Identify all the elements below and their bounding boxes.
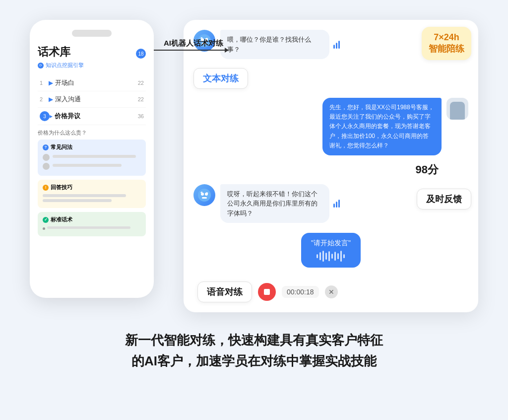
menu-label-3: 价格异议 [55, 112, 138, 121]
score-area: 98分 [193, 162, 468, 177]
record-icon [264, 289, 270, 295]
phone-subtitle: ⟳ 知识点挖掘引擎 [38, 62, 146, 69]
menu-item-1[interactable]: 1 ▶ 开场白 22 [38, 75, 146, 91]
badge-724: 7×24h智能陪练 [422, 27, 471, 60]
tips-section: ! 回答技巧 [38, 180, 146, 208]
user-avatar-1 [43, 154, 50, 161]
text-practice-row: 文本对练 [193, 68, 468, 89]
dot-item-1 [43, 226, 141, 231]
gray-bar-2 [53, 164, 122, 167]
wave-bar-3 [322, 251, 324, 262]
subtitle-icon: ⟳ [38, 63, 44, 69]
waveform [311, 251, 351, 262]
score-badge: 98分 [416, 163, 439, 176]
record-button[interactable] [258, 283, 276, 301]
svg-rect-9 [202, 197, 207, 199]
arrow-line [154, 50, 228, 51]
sound-icon-2 [333, 200, 340, 208]
menu-count-2: 22 [138, 96, 144, 102]
avatar-figure [450, 102, 465, 120]
tips-label: 回答技巧 [51, 184, 72, 191]
standard-icon: ✓ [43, 217, 49, 223]
bubble-bot-2: 哎呀，听起来很不错！你们这个公司永久商用是你们库里所有的字体吗？ [220, 184, 329, 223]
bottom-text: 新一代智能对练，快速构建具有真实客户特征 的AI客户，加速学员在对练中掌握实战技… [125, 330, 383, 371]
faq-section: ? 常见问法 [38, 140, 146, 176]
feedback-label: 及时反馈 [417, 189, 471, 210]
svg-point-7 [201, 193, 204, 196]
speak-bubble: "请开始发言" [301, 233, 361, 268]
sound-bar-6 [338, 200, 340, 208]
standard-title: ✓ 标准话术 [43, 216, 141, 223]
phone-title: 话术库 [38, 45, 146, 60]
bottom-line-2: 的AI客户，加速学员在对练中掌握实战技能 [125, 351, 383, 372]
chat-messages: 喂，哪位？你是谁？找我什么事？ 文本对练 先生，您好，我是XX公司1988号客服… [193, 30, 468, 302]
svg-point-6 [198, 189, 211, 202]
subsection-title: 价格为什么这么贵？ [38, 129, 146, 137]
bot-bubble-row-1: 喂，哪位？你是谁？找我什么事？ [220, 30, 340, 59]
wave-bar-5 [328, 251, 330, 261]
menu-count-3: 36 [138, 113, 144, 119]
menu-arrow-3: ▸ [50, 113, 53, 120]
close-button[interactable]: ✕ [325, 285, 338, 298]
user-line-2 [43, 163, 141, 170]
badge-724-text: 7×24h智能陪练 [429, 32, 464, 54]
phone-notch [72, 30, 112, 37]
sound-icon-1 [333, 41, 340, 49]
human-avatar-1 [446, 98, 468, 120]
wave-bar-10 [343, 254, 345, 258]
speak-text: "请开始发言" [311, 239, 351, 248]
standard-label: 标准话术 [51, 216, 72, 223]
dot-1 [43, 227, 45, 230]
bot-bubble-row-2: 哎呀，听起来很不错！你们这个公司永久商用是你们库里所有的字体吗？ [220, 184, 340, 223]
sound-bar-4 [333, 204, 335, 208]
wave-bar-9 [340, 251, 342, 262]
standard-section: ✓ 标准话术 [38, 212, 146, 236]
bot-avatar-2 [193, 184, 215, 206]
tips-bar-2 [43, 199, 112, 202]
menu-count-1: 22 [138, 80, 144, 86]
wave-bar-1 [317, 254, 318, 258]
chat-panel: 7×24h智能陪练 喂，哪位？你是谁？找我什么事？ [184, 20, 478, 312]
menu-label-2: 深入沟通 [55, 95, 138, 104]
faq-title: ? 常见问法 [43, 143, 141, 151]
arrow-connector: AI机器人话术对练 [154, 50, 228, 51]
phone-mockup: 话术库 ⟳ 知识点挖掘引擎 18 1 ▶ 开场白 22 2 ▶ 深入沟通 22 … [30, 20, 154, 298]
wave-bar-4 [325, 253, 327, 260]
bubble-bot-1: 喂，哪位？你是谁？找我什么事？ [220, 30, 329, 59]
voice-label: 语音对练 [197, 281, 252, 302]
tips-title: ! 回答技巧 [43, 184, 141, 191]
wave-bar-7 [334, 252, 336, 261]
sound-bar-5 [336, 202, 337, 208]
wave-bar-6 [331, 254, 333, 259]
phone-subtitle-text: 知识点挖掘引擎 [46, 62, 84, 69]
faq-icon: ? [43, 144, 49, 150]
user-avatar-2 [43, 163, 50, 170]
menu-item-2[interactable]: 2 ▶ 深入沟通 22 [38, 91, 146, 108]
voice-practice-row: 语音对练 00:00:18 ✕ [193, 281, 468, 302]
speak-bubble-row: "请开始发言" [193, 233, 468, 268]
tips-icon: ! [43, 185, 49, 191]
menu-item-3[interactable]: 3 ▸ 价格异议 36 [38, 108, 146, 125]
tips-bar-1 [43, 194, 126, 197]
menu-num-2: 2 [40, 96, 49, 102]
menu-num-3: 3 [40, 111, 50, 121]
menu-label-1: 开场白 [55, 78, 138, 87]
top-section: 话术库 ⟳ 知识点挖掘引擎 18 1 ▶ 开场白 22 2 ▶ 深入沟通 22 … [30, 20, 478, 312]
user-line-1 [43, 154, 141, 161]
phone-badge: 18 [136, 49, 146, 59]
gray-bar-1 [53, 155, 136, 158]
sound-bar-1 [333, 45, 335, 49]
menu-arrow-2: ▶ [49, 96, 53, 103]
chat-row-user-1: 先生，您好，我是XX公司1988号客服，最近您关注了我们的公众号，购买了字体个人… [193, 98, 468, 155]
timer-display: 00:00:18 [282, 286, 319, 298]
menu-arrow-1: ▶ [49, 79, 53, 86]
text-practice-label: 文本对练 [193, 68, 248, 89]
bubble-user-1: 先生，您好，我是XX公司1988号客服，最近您关注了我们的公众号，购买了字体个人… [322, 98, 442, 155]
bottom-line-1: 新一代智能对练，快速构建具有真实客户特征 [125, 330, 383, 351]
wave-bar-2 [319, 252, 321, 260]
faq-label: 常见问法 [51, 143, 72, 151]
sound-bar-2 [336, 43, 337, 49]
wave-bar-8 [337, 253, 339, 259]
sound-bar-3 [338, 41, 340, 49]
standard-bar-1 [47, 226, 130, 229]
